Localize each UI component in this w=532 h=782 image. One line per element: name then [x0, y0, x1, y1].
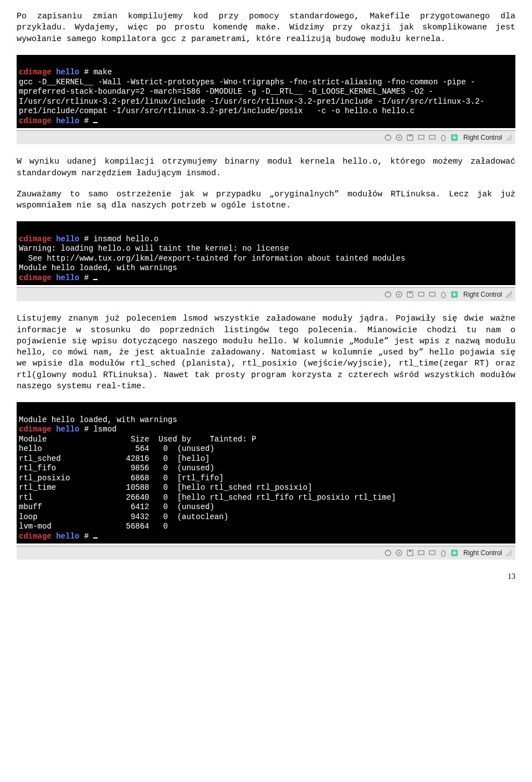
vm-status-bar: Right Control [17, 546, 515, 560]
lsmod-row: rtl_time 10588 0 [hello rtl_sched rtl_po… [19, 483, 312, 492]
svg-rect-11 [387, 292, 388, 293]
svg-rect-7 [429, 135, 435, 139]
mouse-icon [439, 549, 448, 557]
paragraph-lsmod: Listujemy znanym już poleceniem lsmod ws… [17, 313, 515, 392]
paragraph-result: W wyniku udanej kompilacji otrzymujemy b… [17, 156, 515, 179]
prompt-dir: hello [56, 532, 79, 541]
svg-rect-21 [387, 550, 388, 551]
svg-rect-26 [418, 551, 424, 555]
mouse-icon [439, 290, 448, 299]
paragraph-warning: Zauważamy to samo ostrzeżenie jak w przy… [17, 189, 515, 212]
net2-icon [428, 133, 437, 142]
cursor [93, 122, 98, 123]
lsmod-header: Module Size Used by Tainted: P [19, 435, 256, 444]
floppy-icon [406, 290, 415, 299]
svg-rect-15 [409, 292, 411, 293]
resize-grip[interactable] [505, 550, 512, 556]
svg-point-8 [441, 135, 445, 141]
floppy-icon [406, 133, 415, 142]
prompt-dir: hello [56, 273, 79, 282]
cmd-make: make [93, 68, 112, 77]
resize-grip[interactable] [505, 291, 512, 298]
net2-icon [428, 290, 437, 299]
net1-icon [417, 290, 426, 299]
prompt-dir: hello [56, 116, 79, 125]
prompt-host: cdimage [19, 235, 52, 243]
terminal-make: cdimage hello # make gcc -D__KERNEL__ -W… [17, 55, 515, 129]
key-arrow-icon [450, 290, 459, 299]
gcc-output: gcc -D__KERNEL__ -Wall -Wstrict-prototyp… [19, 78, 484, 116]
hdd-icon [383, 549, 392, 557]
insmod-output: Warning: loading hello.o will taint the … [19, 244, 405, 272]
prompt-host: cdimage [19, 68, 52, 77]
hdd-icon [383, 290, 392, 299]
svg-point-3 [398, 137, 400, 139]
svg-point-13 [398, 294, 400, 296]
prompt-host: cdimage [19, 273, 52, 282]
host-key-label: Right Control [463, 290, 502, 299]
net1-icon [417, 549, 426, 557]
svg-rect-1 [387, 135, 388, 136]
lsmod-row: rtl_posixio 6868 0 [rtl_fifo] [19, 474, 224, 483]
lsmod-row: loop 9432 0 (autoclean) [19, 512, 228, 521]
lsmod-row: rtl 26640 0 [hello rtl_sched rtl_fifo rt… [19, 493, 396, 502]
net2-icon [428, 549, 437, 557]
lsmod-row: rtl_fifo 9856 0 (unused) [19, 464, 214, 473]
cursor [93, 279, 98, 280]
cmd-insmod: insmod hello.o [93, 235, 158, 243]
lsmod-row: hello 564 0 (unused) [19, 444, 214, 453]
svg-rect-16 [418, 292, 424, 296]
lsmod-row: rtl_sched 42816 0 [hello] [19, 454, 209, 463]
vm-status-bar: Right Control [17, 287, 515, 301]
cd-icon [395, 290, 403, 299]
svg-rect-27 [429, 551, 435, 555]
prompt-dir: hello [56, 425, 79, 434]
cursor [93, 537, 98, 539]
pre-line: Module hello loaded, with warnings [19, 415, 177, 424]
host-key-label: Right Control [463, 549, 502, 557]
floppy-icon [406, 549, 415, 557]
paragraph-intro: Po zapisaniu zmian kompilujemy kod przy … [17, 11, 515, 45]
svg-rect-25 [409, 550, 411, 552]
mouse-icon [439, 133, 448, 142]
lsmod-row: lvm-mod 56864 0 [19, 522, 168, 531]
svg-rect-5 [409, 135, 411, 136]
host-key-label: Right Control [463, 133, 502, 142]
cmd-lsmod: lsmod [93, 425, 116, 434]
vm-status-bar: Right Control [17, 130, 515, 144]
prompt-host: cdimage [19, 532, 52, 541]
cd-icon [395, 133, 403, 142]
prompt-dir: hello [56, 235, 79, 243]
key-arrow-icon [450, 133, 459, 142]
lsmod-row: mbuff 6412 0 (unused) [19, 502, 214, 511]
prompt-host: cdimage [19, 116, 52, 125]
terminal-lsmod: Module hello loaded, with warnings cdima… [17, 402, 515, 544]
hdd-icon [383, 133, 392, 142]
prompt-dir: hello [56, 68, 79, 77]
cd-icon [395, 549, 403, 557]
svg-rect-17 [429, 292, 435, 296]
key-arrow-icon [450, 549, 459, 557]
svg-rect-6 [418, 135, 424, 139]
resize-grip[interactable] [505, 134, 512, 141]
net1-icon [417, 133, 426, 142]
svg-point-23 [398, 552, 400, 554]
terminal-insmod: cdimage hello # insmod hello.o Warning: … [17, 221, 515, 285]
prompt-host: cdimage [19, 425, 52, 434]
svg-point-18 [441, 292, 445, 298]
page-number: 13 [17, 572, 515, 582]
svg-point-28 [441, 551, 445, 556]
